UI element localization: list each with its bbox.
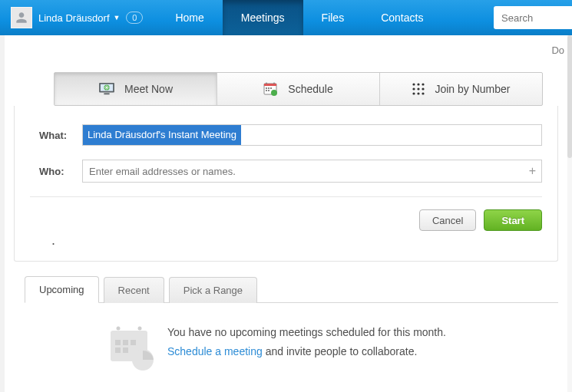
tab-join-label: Join by Number bbox=[435, 83, 510, 95]
svg-rect-27 bbox=[123, 340, 128, 345]
svg-point-20 bbox=[413, 92, 415, 94]
tab-pick-range[interactable]: Pick a Range bbox=[169, 277, 257, 303]
svg-point-13 bbox=[271, 90, 277, 96]
meeting-list-tabs: Upcoming Recent Pick a Range bbox=[25, 275, 558, 303]
empty-line2: Schedule a meeting and invite people to … bbox=[167, 342, 446, 361]
truncated-text: Do bbox=[551, 44, 564, 56]
overflow-dot: . bbox=[51, 232, 542, 249]
what-input-wrap: Linda Dräusdorf's Instant Meeting bbox=[82, 124, 542, 146]
svg-point-18 bbox=[418, 87, 420, 90]
nav-files-label: Files bbox=[322, 12, 345, 24]
svg-point-16 bbox=[422, 83, 425, 85]
svg-rect-12 bbox=[268, 90, 269, 91]
nav-contacts-label: Contacts bbox=[381, 12, 423, 24]
tab-meet-now-label: Meet Now bbox=[124, 83, 173, 95]
svg-rect-26 bbox=[115, 340, 121, 345]
svg-point-21 bbox=[418, 92, 420, 94]
tab-upcoming[interactable]: Upcoming bbox=[25, 276, 99, 303]
tab-recent[interactable]: Recent bbox=[104, 277, 164, 303]
svg-point-15 bbox=[418, 83, 420, 85]
cancel-button[interactable]: Cancel bbox=[419, 209, 476, 231]
who-input-wrap: + bbox=[82, 160, 542, 183]
who-label: Who: bbox=[30, 166, 82, 177]
monitor-globe-icon bbox=[98, 82, 115, 96]
nav-home[interactable]: Home bbox=[157, 0, 222, 35]
svg-rect-28 bbox=[131, 340, 136, 345]
meeting-form-panel: What: Linda Dräusdorf's Instant Meeting … bbox=[14, 106, 558, 262]
person-icon bbox=[14, 10, 29, 25]
tab-meet-now[interactable]: Meet Now bbox=[55, 73, 217, 105]
nav-files[interactable]: Files bbox=[303, 0, 363, 35]
svg-point-25 bbox=[138, 327, 142, 331]
what-row: What: Linda Dräusdorf's Instant Meeting bbox=[30, 124, 542, 146]
form-actions: Cancel Start bbox=[30, 209, 542, 231]
svg-rect-29 bbox=[115, 348, 121, 353]
svg-rect-2 bbox=[104, 93, 109, 94]
svg-rect-10 bbox=[270, 87, 272, 89]
user-menu[interactable]: Linda Dräusdorf ▼ bbox=[38, 12, 120, 24]
left-gutter bbox=[0, 35, 5, 392]
nav-meetings-label: Meetings bbox=[241, 12, 285, 24]
svg-point-6 bbox=[266, 83, 267, 84]
divider bbox=[30, 196, 542, 197]
svg-point-14 bbox=[413, 83, 415, 85]
dialpad-icon bbox=[412, 82, 425, 96]
empty-line2-rest: and invite people to collaborate. bbox=[263, 345, 418, 357]
svg-point-24 bbox=[117, 327, 121, 331]
scrollbar[interactable] bbox=[567, 35, 572, 392]
user-name-label: Linda Dräusdorf bbox=[38, 12, 110, 24]
schedule-meeting-link[interactable]: Schedule a meeting bbox=[167, 345, 263, 357]
top-nav: Linda Dräusdorf ▼ 0 Home Meetings Files … bbox=[0, 0, 572, 35]
nav-meetings[interactable]: Meetings bbox=[223, 0, 303, 35]
avatar[interactable] bbox=[11, 7, 32, 28]
empty-line1: You have no upcoming meetings scheduled … bbox=[167, 323, 446, 342]
svg-point-7 bbox=[273, 83, 275, 84]
what-input[interactable] bbox=[82, 124, 542, 146]
primary-nav: Home Meetings Files Contacts bbox=[157, 0, 441, 35]
calendar-empty-icon bbox=[107, 323, 150, 366]
svg-rect-5 bbox=[264, 84, 276, 86]
svg-rect-11 bbox=[266, 90, 267, 91]
search-box bbox=[494, 6, 572, 29]
svg-rect-30 bbox=[123, 348, 128, 353]
meeting-type-tabs: Meet Now Schedule Join by Number bbox=[54, 72, 543, 106]
svg-rect-9 bbox=[268, 87, 269, 89]
svg-point-19 bbox=[422, 87, 425, 90]
empty-state: You have no upcoming meetings scheduled … bbox=[107, 323, 572, 366]
tab-schedule-label: Schedule bbox=[288, 83, 332, 95]
nav-contacts[interactable]: Contacts bbox=[362, 0, 441, 35]
svg-point-22 bbox=[422, 92, 425, 94]
search-input[interactable] bbox=[501, 12, 564, 24]
tab-schedule[interactable]: Schedule bbox=[217, 73, 380, 105]
what-label: What: bbox=[30, 130, 82, 141]
scrollbar-handle[interactable] bbox=[567, 35, 572, 158]
empty-text: You have no upcoming meetings scheduled … bbox=[167, 323, 446, 366]
plus-icon[interactable]: + bbox=[529, 164, 536, 178]
start-button[interactable]: Start bbox=[484, 209, 542, 231]
who-input[interactable] bbox=[82, 160, 542, 183]
chevron-down-icon: ▼ bbox=[114, 14, 121, 21]
svg-point-17 bbox=[413, 87, 415, 90]
svg-rect-8 bbox=[266, 87, 267, 89]
nav-home-label: Home bbox=[175, 12, 203, 24]
who-row: Who: + bbox=[30, 160, 542, 183]
tab-join-by-number[interactable]: Join by Number bbox=[380, 73, 542, 105]
notification-badge[interactable]: 0 bbox=[126, 12, 143, 24]
calendar-plan-icon bbox=[263, 81, 279, 97]
